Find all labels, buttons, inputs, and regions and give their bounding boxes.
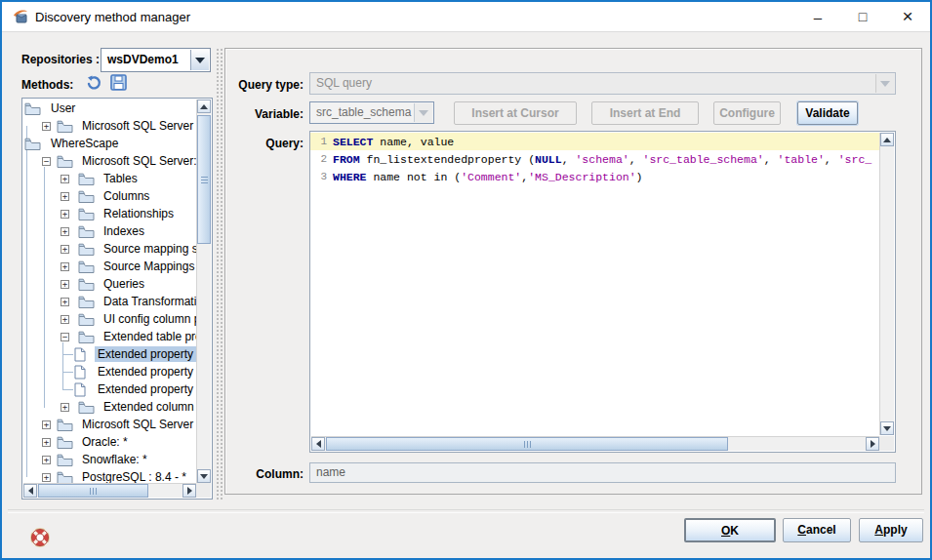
validate-button[interactable]: Validate — [797, 101, 858, 125]
expand-toggle-icon[interactable]: + — [61, 227, 69, 236]
tree-item-label: Microsoft SQL Server: 9.0 - — [79, 153, 197, 169]
expand-toggle-icon[interactable]: + — [61, 262, 69, 271]
tree-item[interactable]: −Extended table propert — [22, 328, 197, 345]
expand-toggle-icon[interactable]: + — [42, 122, 51, 131]
sql-query-editor[interactable]: 1SELECT name, value2FROM fn_listextended… — [309, 131, 896, 453]
doc-icon — [74, 382, 86, 397]
tree-item-label: Extended property v — [95, 364, 197, 380]
editor-vertical-scrollbar[interactable] — [879, 133, 894, 435]
scrollbar-corner — [196, 483, 211, 498]
tree-item[interactable]: +Extended column prop — [22, 398, 197, 416]
code-line: 2FROM fn_listextendedproperty (NULL, 'sc… — [310, 150, 879, 168]
tree-item-label: Source mapping sets — [101, 241, 197, 257]
expand-toggle-icon[interactable]: + — [42, 420, 51, 429]
tree-rows: User+Microsoft SQL Server HS: 9WhereScap… — [22, 99, 197, 484]
scroll-down-arrow[interactable] — [880, 421, 894, 435]
expand-toggle-icon[interactable]: + — [42, 438, 51, 447]
expand-toggle-icon[interactable]: + — [61, 315, 69, 324]
expand-toggle-icon[interactable]: + — [61, 210, 69, 219]
apply-button[interactable]: Apply — [859, 518, 923, 542]
scrollbar-thumb[interactable] — [38, 484, 148, 498]
code-token: SELECT — [333, 136, 373, 148]
tree-item[interactable]: Extended property v — [22, 363, 197, 380]
tree-item[interactable]: +Tables — [22, 170, 197, 187]
tree-item[interactable]: +Snowflake: * — [22, 451, 197, 468]
tree-item-label: Microsoft SQL Server 2000 — [79, 417, 197, 432]
tree-item[interactable]: +Microsoft SQL Server HS: 9 — [22, 117, 197, 135]
tree-item-label: PostgreSQL : 8.4 - * — [79, 469, 189, 484]
scroll-right-arrow[interactable] — [866, 437, 879, 451]
maximize-button[interactable]: □ — [840, 2, 885, 31]
folder-icon — [78, 208, 95, 220]
repositories-label: Repositories : — [21, 48, 100, 72]
folder-icon — [78, 278, 95, 291]
tree-item[interactable]: +Microsoft SQL Server 2000 — [22, 416, 197, 433]
scroll-up-arrow[interactable] — [880, 133, 894, 146]
expand-toggle-icon[interactable]: + — [42, 473, 51, 482]
tree-item[interactable]: +Queries — [22, 275, 197, 293]
panel-splitter[interactable] — [215, 47, 223, 501]
collapse-toggle-icon[interactable]: − — [61, 333, 69, 341]
line-number: 2 — [310, 153, 331, 165]
scrollbar-thumb[interactable] — [326, 437, 728, 451]
tree-item[interactable]: +Oracle: * — [22, 433, 197, 451]
expand-toggle-icon[interactable]: + — [61, 280, 69, 289]
tree-item-label: Queries — [101, 276, 147, 292]
scroll-down-arrow[interactable] — [197, 469, 211, 483]
scroll-left-arrow[interactable] — [23, 484, 37, 498]
cancel-button[interactable]: Cancel — [783, 518, 851, 542]
tree-vertical-scrollbar[interactable] — [196, 100, 211, 483]
insert-at-cursor-button: Insert at Cursor — [454, 101, 577, 125]
tree-item[interactable]: Extended property f — [22, 380, 197, 398]
repositories-dropdown[interactable]: wsDVDemo1 — [101, 48, 211, 72]
tree-item[interactable]: Extended property — [22, 345, 197, 363]
expand-toggle-icon[interactable]: + — [61, 298, 69, 306]
method-detail-panel: Query type: SQL query Variable: src_tabl… — [224, 48, 922, 495]
tree-item[interactable]: +PostgreSQL : 8.4 - * — [22, 468, 197, 484]
dialog-window: Discovery method manager – □ × Repositor… — [0, 0, 932, 560]
scrollbar-thumb[interactable] — [197, 115, 211, 244]
line-number: 1 — [310, 136, 331, 147]
code-token: name, value — [373, 136, 454, 148]
refresh-icon[interactable] — [85, 74, 102, 95]
tree-item[interactable]: +Columns — [22, 187, 197, 205]
code-token: 'src_table_schema' — [643, 153, 764, 166]
tree-item[interactable]: +Indexes — [22, 222, 197, 240]
tree-item[interactable]: +Source Mappings — [22, 258, 197, 275]
close-button[interactable]: × — [885, 2, 930, 31]
chevron-down-icon — [414, 103, 432, 122]
tree-item-label: Data Transformations — [101, 294, 197, 309]
collapse-toggle-icon[interactable]: − — [42, 157, 51, 166]
help-lifebuoy-icon[interactable] — [29, 527, 51, 551]
expand-toggle-icon[interactable]: + — [42, 456, 51, 464]
chevron-down-icon[interactable] — [190, 50, 209, 70]
folder-icon — [78, 243, 95, 256]
expand-toggle-icon[interactable]: + — [61, 245, 69, 254]
tree-item[interactable]: +Source mapping sets — [22, 240, 197, 258]
doc-icon — [74, 365, 86, 380]
tree-item[interactable]: +Data Transformations — [22, 293, 197, 310]
tree-item[interactable]: +Relationships — [22, 205, 197, 222]
scroll-left-arrow[interactable] — [311, 437, 325, 451]
expand-toggle-icon[interactable]: + — [61, 403, 69, 412]
tree-item[interactable]: User — [22, 100, 197, 117]
folder-icon — [24, 138, 41, 150]
expand-toggle-icon[interactable]: + — [61, 175, 69, 183]
folder-icon — [57, 419, 73, 431]
variable-dropdown: src_table_schema — [309, 101, 434, 124]
editor-horizontal-scrollbar[interactable] — [311, 436, 879, 451]
minimize-button[interactable]: – — [795, 2, 840, 35]
folder-icon — [78, 190, 95, 203]
method-tree: User+Microsoft SQL Server HS: 9WhereScap… — [21, 98, 213, 500]
ok-button[interactable]: OK — [684, 518, 776, 542]
tree-item[interactable]: −Microsoft SQL Server: 9.0 - — [22, 152, 197, 170]
tree-item[interactable]: +UI config column prope — [22, 310, 197, 328]
folder-icon — [57, 155, 73, 168]
code-token: 'table' — [778, 153, 825, 166]
scroll-right-arrow[interactable] — [182, 484, 196, 498]
tree-item[interactable]: WhereScape — [22, 135, 197, 152]
tree-horizontal-scrollbar[interactable] — [23, 483, 196, 498]
save-icon[interactable] — [110, 74, 127, 94]
scroll-up-arrow[interactable] — [197, 100, 211, 113]
expand-toggle-icon[interactable]: + — [61, 192, 69, 201]
